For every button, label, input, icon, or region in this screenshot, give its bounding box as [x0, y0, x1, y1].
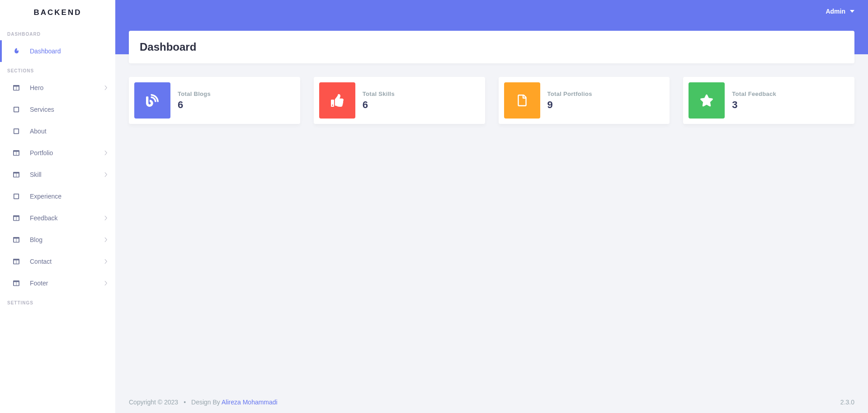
- sidebar-item-label: Services: [30, 106, 108, 113]
- columns-icon: [13, 258, 20, 265]
- footer: Copyright © 2023 • Design By Alireza Moh…: [115, 391, 868, 413]
- card-info: Total Skills6: [355, 90, 402, 111]
- columns-icon: [13, 280, 20, 287]
- sidebar-item-label: Skill: [30, 171, 104, 178]
- thumbs-up-icon: [319, 82, 355, 119]
- card-info: Total Blogs6: [170, 90, 218, 111]
- sidebar-item-services[interactable]: Services: [0, 99, 115, 120]
- sidebar-item-label: Blog: [30, 236, 104, 243]
- sidebar-item-footer[interactable]: Footer: [0, 272, 115, 294]
- card-total-blogs: Total Blogs6: [129, 77, 300, 124]
- square-icon: [13, 106, 20, 113]
- footer-copyright: Copyright © 2023: [129, 399, 178, 406]
- sidebar-item-blog[interactable]: Blog: [0, 229, 115, 251]
- footer-designer-link[interactable]: Alireza Mohammadi: [222, 399, 278, 406]
- sidebar-item-label: Portfolio: [30, 149, 104, 157]
- sidebar-heading: SECTIONS: [0, 62, 115, 77]
- blog-icon: [134, 82, 170, 119]
- chevron-right-icon: [104, 172, 108, 177]
- card-total-portfolios: Total Portfolios9: [499, 77, 670, 124]
- brand-logo[interactable]: BACKEND: [0, 0, 115, 25]
- card-info: Total Portfolios9: [540, 90, 599, 111]
- square-icon: [13, 193, 20, 200]
- sidebar-heading: SETTINGS: [0, 294, 115, 309]
- sidebar-item-label: Dashboard: [30, 47, 108, 55]
- card-value: 6: [178, 99, 211, 111]
- sidebar-item-contact[interactable]: Contact: [0, 251, 115, 272]
- columns-icon: [13, 149, 20, 157]
- star-icon: [689, 82, 725, 119]
- columns-icon: [13, 171, 20, 178]
- sidebar-item-label: About: [30, 128, 108, 135]
- card-info: Total Feedback3: [725, 90, 783, 111]
- file-icon: [504, 82, 540, 119]
- footer-version: 2.3.0: [840, 399, 854, 406]
- sidebar-item-portfolio[interactable]: Portfolio: [0, 142, 115, 164]
- sidebar-item-label: Experience: [30, 193, 108, 200]
- card-total-skills: Total Skills6: [314, 77, 485, 124]
- chevron-right-icon: [104, 281, 108, 285]
- sidebar-item-experience[interactable]: Experience: [0, 185, 115, 207]
- card-label: Total Skills: [363, 90, 395, 97]
- chevron-right-icon: [104, 216, 108, 220]
- columns-icon: [13, 84, 20, 91]
- sidebar-item-label: Footer: [30, 280, 104, 287]
- user-menu[interactable]: Admin: [826, 8, 854, 15]
- card-label: Total Blogs: [178, 90, 211, 97]
- card-value: 3: [732, 99, 776, 111]
- sidebar-item-skill[interactable]: Skill: [0, 164, 115, 185]
- card-total-feedback: Total Feedback3: [683, 77, 854, 124]
- card-label: Total Portfolios: [547, 90, 592, 97]
- page-header: Dashboard: [129, 31, 854, 63]
- chevron-right-icon: [104, 151, 108, 155]
- square-icon: [13, 128, 20, 135]
- card-value: 6: [363, 99, 395, 111]
- main-content: Admin Dashboard Total Blogs6Total Skills…: [115, 0, 868, 413]
- fire-icon: [13, 47, 20, 55]
- sidebar: BACKEND DASHBOARDDashboardSECTIONSHeroSe…: [0, 0, 115, 413]
- topbar: Admin: [115, 0, 868, 23]
- sidebar-heading: DASHBOARD: [0, 25, 115, 40]
- columns-icon: [13, 236, 20, 243]
- chevron-right-icon: [104, 237, 108, 242]
- card-label: Total Feedback: [732, 90, 776, 97]
- sidebar-item-hero[interactable]: Hero: [0, 77, 115, 99]
- footer-design-prefix: Design By: [191, 399, 222, 406]
- page-title: Dashboard: [140, 41, 844, 53]
- sidebar-item-dashboard[interactable]: Dashboard: [0, 40, 115, 62]
- chevron-right-icon: [104, 85, 108, 90]
- sidebar-item-label: Feedback: [30, 214, 104, 222]
- sidebar-nav: DASHBOARDDashboardSECTIONSHeroServicesAb…: [0, 25, 115, 309]
- card-value: 9: [547, 99, 592, 111]
- user-label: Admin: [826, 8, 845, 15]
- separator-dot: •: [184, 399, 186, 406]
- caret-down-icon: [850, 10, 854, 13]
- sidebar-item-label: Contact: [30, 258, 104, 265]
- chevron-right-icon: [104, 259, 108, 264]
- sidebar-item-about[interactable]: About: [0, 120, 115, 142]
- columns-icon: [13, 214, 20, 222]
- sidebar-item-label: Hero: [30, 84, 104, 91]
- sidebar-item-feedback[interactable]: Feedback: [0, 207, 115, 229]
- stats-cards: Total Blogs6Total Skills6Total Portfolio…: [115, 63, 868, 138]
